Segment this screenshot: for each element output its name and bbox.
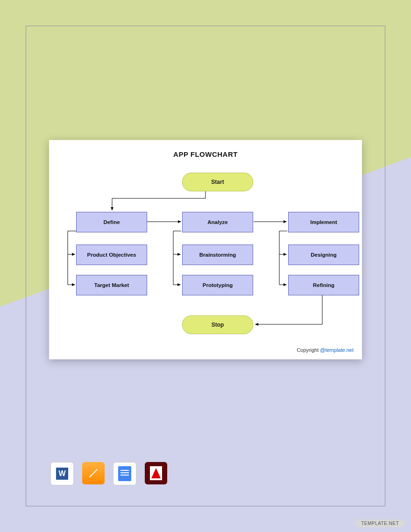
node-define: Define: [76, 212, 147, 232]
copyright: Copyright @template.net: [297, 347, 354, 353]
app-icons-row: W: [50, 462, 167, 485]
pdf-icon[interactable]: [145, 462, 167, 484]
copyright-prefix: Copyright: [297, 347, 320, 353]
watermark: TEMPLATE.NET: [355, 519, 404, 527]
stop-node: Stop: [182, 315, 253, 334]
node-target-market: Target Market: [76, 275, 147, 295]
start-node: Start: [182, 173, 253, 191]
node-product-objectives: Product Objectives: [76, 245, 147, 265]
copyright-link[interactable]: @template.net: [320, 347, 354, 353]
gdocs-icon[interactable]: [113, 462, 136, 485]
pages-icon[interactable]: [82, 462, 105, 484]
node-designing: Designing: [288, 245, 359, 265]
flowchart-card: APP FLOWCHART Start Define Product Objec…: [49, 140, 362, 359]
node-implement: Implement: [288, 212, 359, 232]
node-analyze: Analyze: [182, 212, 253, 232]
node-refining: Refining: [288, 275, 359, 295]
word-icon[interactable]: W: [50, 462, 74, 485]
node-prototyping: Prototyping: [182, 275, 253, 295]
node-brainstorming: Brainstorming: [182, 245, 253, 265]
